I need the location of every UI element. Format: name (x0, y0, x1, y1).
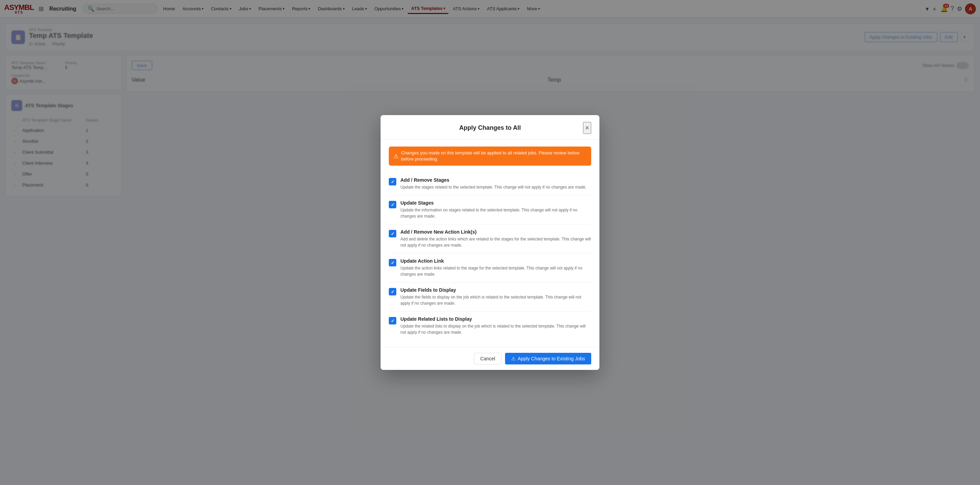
modal-title: Apply Changes to All (397, 124, 583, 132)
apply-changes-modal: Apply Changes to All × ⚠ Changes you mad… (380, 115, 600, 202)
option-content-update-stages: Update Stages Update the information on … (401, 200, 591, 202)
option-desc: Update the stages related to the selecte… (401, 184, 591, 190)
modal-body: ⚠ Changes you made on this template will… (380, 140, 600, 202)
option-title: Add / Remove Stages (401, 177, 591, 183)
checkbox-add-remove-stages[interactable] (389, 178, 396, 185)
checkbox-update-stages[interactable] (389, 201, 396, 202)
option-title: Update Stages (401, 200, 591, 202)
modal-overlay: Apply Changes to All × ⚠ Changes you mad… (0, 0, 980, 202)
modal-close-button[interactable]: × (583, 122, 591, 134)
modal-header: Apply Changes to All × (380, 115, 600, 140)
warning-icon: ⚠ (394, 153, 398, 160)
warning-banner: ⚠ Changes you made on this template will… (389, 146, 591, 166)
option-add-remove-stages: Add / Remove Stages Update the stages re… (389, 173, 591, 195)
option-update-stages: Update Stages Update the information on … (389, 195, 591, 202)
warning-text: Changes you made on this template will b… (401, 150, 586, 162)
option-content-add-remove-stages: Add / Remove Stages Update the stages re… (401, 177, 591, 190)
